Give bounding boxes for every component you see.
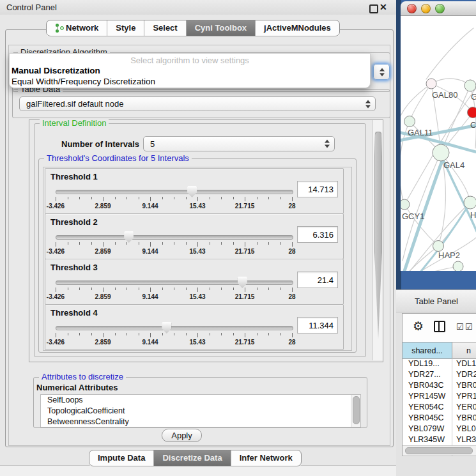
network-window[interactable]: GAL80GACGAL11GAL4GCY1HHAP2: [401, 1, 476, 271]
tick-label: 28: [288, 293, 295, 300]
tab-select[interactable]: Select: [144, 20, 185, 36]
tab-discretize-data[interactable]: Discretize Data: [153, 450, 230, 466]
slider-thumb-icon[interactable]: [187, 186, 197, 197]
control-panel: Control Panel ✕ NetworkStyleSelectCyni T…: [0, 0, 396, 476]
scrollbar-thumb[interactable]: [405, 447, 473, 454]
numerical-attributes-list[interactable]: SelfLoopsTopologicalCoefficientBetweenne…: [40, 394, 361, 427]
combo-stepper-icon: [365, 100, 371, 108]
scrollbar-thumb[interactable]: [374, 132, 382, 339]
node-table: ⚙ ☑ ☑ shared... n YDL19...YDL1YDR27...YD…: [402, 313, 476, 456]
tab-infer-network[interactable]: Infer Network: [231, 450, 301, 466]
list-item[interactable]: SelfLoops: [41, 395, 360, 406]
tab-jactivemnodules[interactable]: jActiveMNodules: [255, 20, 339, 36]
tick-label: -3.426: [47, 339, 65, 346]
minimize-window-button[interactable]: [421, 4, 431, 13]
network-node-ga[interactable]: [464, 80, 476, 91]
slider-thumb-icon[interactable]: [238, 277, 247, 288]
network-node-gcy1[interactable]: [401, 199, 410, 210]
network-node[interactable]: [453, 261, 463, 271]
network-node-gal11[interactable]: [404, 116, 415, 127]
network-edge[interactable]: [401, 266, 458, 271]
checkbox-icon[interactable]: ☑: [456, 322, 464, 332]
threshold-slider[interactable]: -3.4262.8599.14415.4321.71528: [56, 276, 292, 302]
list-scrollbar[interactable]: [351, 395, 360, 427]
tick-mark: [127, 288, 127, 290]
column-header-shared-name[interactable]: shared...: [403, 342, 452, 358]
threshold-slider[interactable]: -3.4262.8599.14415.4321.71528: [56, 321, 292, 347]
threshold-value-field[interactable]: [297, 181, 338, 197]
network-edge[interactable]: [426, 28, 473, 79]
slider-thumb-icon[interactable]: [162, 322, 171, 334]
table-row[interactable]: YDL19...YDL1: [403, 358, 476, 369]
scrollbar-thumb[interactable]: [353, 396, 360, 424]
table-row[interactable]: YBR043CYBR0: [403, 380, 476, 391]
tab-network[interactable]: Network: [47, 20, 107, 36]
table-row[interactable]: YDR27...YDR2: [403, 369, 476, 380]
list-item[interactable]: BetweennessCentrality: [41, 417, 360, 427]
network-node-gal80[interactable]: [426, 79, 436, 89]
network-edge[interactable]: [410, 84, 431, 121]
tab-cyni-toolbox[interactable]: Cyni Toolbox: [186, 20, 255, 36]
zoom-window-button[interactable]: [435, 4, 445, 13]
table-row[interactable]: YLR345WYLR3: [403, 434, 476, 445]
tab-impute-data[interactable]: Impute Data: [89, 450, 153, 466]
algorithm-combobox[interactable]: [373, 64, 390, 80]
slider-track: [56, 326, 293, 330]
list-item[interactable]: TopologicalCoefficient: [41, 406, 360, 417]
threshold-slider[interactable]: -3.4262.8599.14415.4321.71528: [56, 231, 292, 256]
threshold-value-field[interactable]: [297, 272, 338, 288]
tick-mark: [127, 242, 127, 245]
tick-mark: [79, 333, 80, 335]
close-panel-icon[interactable]: ✕: [380, 2, 387, 12]
tick-label: -3.426: [47, 203, 65, 210]
split-view-icon[interactable]: [434, 321, 445, 332]
checkbox-icon[interactable]: ☑: [465, 322, 473, 332]
network-graph[interactable]: GAL80GACGAL11GAL4GCY1HHAP2: [401, 16, 476, 271]
table-data-combobox[interactable]: galFiltered.sif default node: [19, 96, 376, 111]
table-row[interactable]: YBL079WYBL0: [403, 424, 476, 434]
tick-mark: [91, 242, 92, 245]
float-window-icon[interactable]: [369, 4, 378, 13]
node-label: C: [470, 120, 476, 130]
tick-mark: [103, 242, 104, 247]
tick-mark: [127, 333, 127, 335]
network-window-titlebar[interactable]: [401, 1, 476, 16]
tick-mark: [103, 197, 104, 201]
cell-shared-name: YDL19...: [403, 358, 452, 369]
column-header-name[interactable]: n: [452, 342, 476, 358]
thresholds-panel: Threshold 1-3.4262.8599.14415.4321.71528…: [43, 167, 352, 351]
network-node-c[interactable]: [468, 107, 476, 118]
combo-value: 5: [150, 139, 155, 149]
table-row[interactable]: YPR145WYPR1: [403, 391, 476, 402]
num-intervals-combobox[interactable]: 5: [143, 136, 335, 151]
algorithm-option-equal-width-frequency-discretization[interactable]: Equal Width/Frequency Discretization: [12, 77, 155, 86]
network-node-gal4[interactable]: [433, 144, 449, 161]
tick-mark: [257, 333, 257, 335]
threshold-value-field[interactable]: [297, 226, 338, 243]
algorithm-option-manual-discretization[interactable]: Manual Discretization: [12, 66, 100, 75]
horizontal-scrollbar[interactable]: [403, 445, 476, 455]
tick-mark: [245, 197, 245, 201]
table-toolbar: ⚙ ☑ ☑: [403, 314, 476, 342]
table-row[interactable]: YER054CYER0: [403, 402, 476, 413]
tick-mark: [174, 197, 174, 199]
num-intervals-label: Number of Intervals: [61, 139, 139, 149]
close-window-button[interactable]: [407, 4, 417, 13]
apply-button[interactable]: Apply: [162, 429, 202, 442]
network-node-hap2[interactable]: [433, 241, 444, 252]
slider-thumb-icon[interactable]: [124, 231, 134, 243]
network-view[interactable]: GAL80GACGAL11GAL4GCY1HHAP2: [401, 16, 476, 271]
tab-style[interactable]: Style: [107, 20, 144, 36]
threshold-slider[interactable]: -3.4262.8599.14415.4321.71528: [56, 185, 292, 211]
table-row[interactable]: YBR045CYBR0: [403, 413, 476, 424]
group-title: Interval Definition: [40, 118, 109, 128]
tick-mark: [150, 197, 151, 201]
tick-label: 2.859: [95, 293, 111, 300]
tick-mark: [221, 242, 222, 245]
tick-label: 21.715: [235, 203, 255, 210]
gear-icon[interactable]: ⚙: [413, 319, 424, 334]
threshold-value-field[interactable]: [297, 317, 338, 334]
network-node-h[interactable]: [464, 196, 476, 209]
vertical-scrollbar[interactable]: [372, 120, 383, 360]
control-panel-titlebar: Control Panel ✕: [0, 0, 396, 15]
